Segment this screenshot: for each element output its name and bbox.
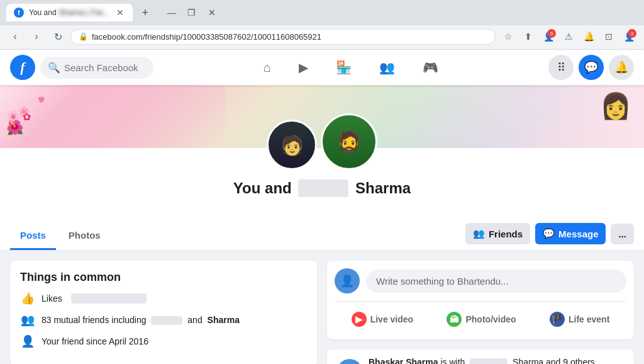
life-event-button[interactable]: 🏴 Life event — [540, 307, 619, 332]
right-column: 👤 Write something to Bhartendu... ▶ Live… — [327, 261, 634, 364]
post-author-info: Bhaskar Sharma is with Sharma and 9 othe… — [369, 357, 595, 364]
main-nav: ⌂ ▶ 🏪 👥 🎮 — [158, 55, 543, 80]
tab-photos[interactable]: Photos — [58, 222, 111, 250]
facebook-logo[interactable]: f — [10, 55, 35, 80]
notification-badge: 5 — [547, 29, 556, 38]
things-in-common-card: Things in common 👍 Likes 👥 83 mutual fri… — [10, 261, 317, 364]
friends-button[interactable]: 👥 Friends — [465, 223, 530, 244]
profile-area: 🌸 ✿ ❀ ✾ 🌺 👩 🧑 🧔 You and — [0, 85, 644, 251]
right-avatar: 🧔 — [321, 113, 377, 148]
back-button[interactable]: ‹ — [6, 28, 24, 45]
new-tab-button[interactable]: + — [136, 4, 154, 21]
notifications-icon[interactable]: 🔔 — [580, 28, 597, 45]
address-bar[interactable]: 🔒 facebook.com/friendship/10000338508760… — [70, 29, 496, 45]
nav-video[interactable]: ▶ — [286, 55, 321, 80]
forward-button[interactable]: › — [28, 28, 45, 45]
feed-post: BS Bhaskar Sharma is with Sharma and 9 o… — [327, 350, 634, 364]
profile-icon[interactable]: 👤 5 — [540, 28, 557, 45]
nav-home[interactable]: ⌂ — [251, 55, 284, 80]
friend-since-text: Your friend since April 2016 — [42, 336, 148, 346]
search-input[interactable] — [64, 62, 146, 73]
likes-label: Likes — [42, 293, 62, 304]
lock-icon: 🔒 — [79, 32, 88, 41]
post-author-avatar: BS — [337, 359, 362, 364]
blurred-name — [298, 179, 348, 197]
search-icon: 🔍 — [48, 62, 60, 74]
post-input-row: 👤 Write something to Bhartendu... — [335, 268, 626, 293]
things-in-common-title: Things in common — [20, 271, 307, 284]
tab-title: You and Sharma | Fac... — [29, 8, 110, 17]
mutual-friends-item: 👥 83 mutual friends including and Sharma — [20, 313, 307, 327]
account-icon[interactable]: 👤 3 — [620, 28, 638, 45]
browser-chrome: f You and Sharma | Fac... ✕ + — ❐ ✕ ‹ › … — [0, 0, 644, 50]
share-icon[interactable]: ⬆ — [519, 28, 537, 45]
life-event-icon: 🏴 — [550, 312, 565, 327]
account-badge: 3 — [628, 29, 636, 38]
post-box: 👤 Write something to Bhartendu... ▶ Live… — [327, 261, 634, 339]
messenger-icon-btn: 💬 — [543, 228, 555, 239]
notifications-bell[interactable]: 🔔 — [609, 55, 634, 80]
browser-tab[interactable]: f You and Sharma | Fac... ✕ — [6, 4, 133, 21]
browser-titlebar: f You and Sharma | Fac... ✕ + — ❐ ✕ — [0, 0, 644, 25]
friend-since-icon: 👤 — [20, 334, 35, 348]
maximize-button[interactable]: ❐ — [183, 6, 201, 20]
post-actions: ▶ Live video 🏔 Photo/video 🏴 Life event — [335, 301, 626, 332]
header-inner: f 🔍 ⌂ ▶ 🏪 👥 🎮 ⠿ 💬 🔔 — [0, 50, 644, 85]
extensions-icon[interactable]: ⊡ — [600, 28, 618, 45]
profile-tabs: Posts Photos — [10, 222, 111, 250]
profile-tabs-row: Posts Photos 👥 Friends 💬 Message ... — [0, 222, 644, 251]
live-video-icon: ▶ — [352, 312, 367, 327]
profile-action-buttons: 👥 Friends 💬 Message ... — [465, 223, 634, 249]
cover-photo: 🌸 ✿ ❀ ✾ 🌺 👩 🧑 🧔 — [0, 85, 644, 148]
live-video-button[interactable]: ▶ Live video — [341, 307, 423, 332]
messenger-icon[interactable]: 💬 — [579, 55, 604, 80]
flower-icon3: ❀ — [19, 104, 30, 119]
left-avatar: 🧑 — [267, 120, 317, 148]
photo-video-button[interactable]: 🏔 Photo/video — [436, 307, 526, 332]
friends-icon: 👥 — [473, 228, 485, 239]
post-header: BS Bhaskar Sharma is with Sharma and 9 o… — [327, 350, 634, 364]
close-button[interactable]: ✕ — [203, 6, 221, 20]
window-controls: — ❐ ✕ — [163, 6, 221, 20]
likes-item: 👍 Likes — [20, 292, 307, 305]
mutual-text: 83 mutual friends including and Sharma — [42, 315, 240, 325]
post-input[interactable]: Write something to Bhartendu... — [366, 270, 626, 293]
photo-video-icon: 🏔 — [447, 312, 462, 327]
bookmark-icon[interactable]: ☆ — [499, 28, 517, 45]
post-avatar: 👤 — [335, 268, 360, 293]
tab-close-button[interactable]: ✕ — [115, 8, 125, 18]
profile-name: You and Sharma — [0, 179, 644, 197]
tab-posts[interactable]: Posts — [10, 222, 56, 250]
cover-person-icon: 👩 — [600, 91, 631, 121]
search-bar[interactable]: 🔍 — [40, 57, 153, 79]
nav-friends[interactable]: 👥 — [367, 55, 408, 80]
cover-left-decoration: 🌸 ✿ ❀ ✾ 🌺 — [0, 85, 225, 148]
mutual-friends-icon: 👥 — [20, 313, 35, 327]
message-button[interactable]: 💬 Message — [535, 223, 606, 244]
url-text: facebook.com/friendship/100003385087602/… — [92, 32, 321, 42]
flower-icon4: ✾ — [38, 94, 45, 105]
browser-controls: ‹ › ↻ 🔒 facebook.com/friendship/10000338… — [0, 25, 644, 49]
browser-right-icons: ☆ ⬆ 👤 5 ⚠ 🔔 ⊡ 👤 3 — [499, 28, 638, 45]
thumbs-up-icon: 👍 — [20, 292, 35, 305]
likes-blurred — [71, 293, 147, 304]
post-more-button[interactable]: ••• — [601, 360, 624, 364]
warning-icon[interactable]: ⚠ — [560, 28, 577, 45]
apps-icon[interactable]: ⠿ — [548, 55, 574, 80]
refresh-button[interactable]: ↻ — [49, 28, 67, 45]
flower-icon5: 🌺 — [6, 120, 23, 136]
more-button[interactable]: ... — [611, 224, 634, 244]
mutual-blurred — [151, 316, 182, 325]
cover-right-decoration: 👩 — [386, 85, 644, 148]
post-author-name: Bhaskar Sharma is with Sharma and 9 othe… — [369, 357, 595, 364]
minimize-button[interactable]: — — [163, 6, 180, 20]
nav-marketplace[interactable]: 🏪 — [323, 55, 364, 80]
main-content: Things in common 👍 Likes 👥 83 mutual fri… — [0, 251, 644, 364]
tab-favicon: f — [14, 8, 24, 18]
header-right: ⠿ 💬 🔔 — [548, 55, 634, 80]
friend-since-item: 👤 Your friend since April 2016 — [20, 334, 307, 348]
nav-gaming[interactable]: 🎮 — [410, 55, 451, 80]
with-blurred — [470, 358, 508, 364]
left-column: Things in common 👍 Likes 👥 83 mutual fri… — [10, 261, 317, 364]
cover-gradient: 🌸 ✿ ❀ ✾ 🌺 👩 🧑 🧔 — [0, 85, 644, 148]
